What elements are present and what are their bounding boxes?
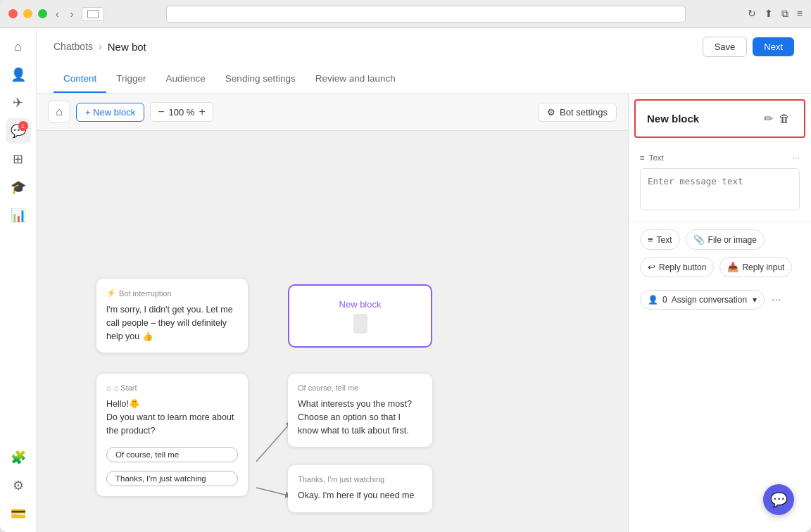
bot-interruption-icon: ⚡	[106, 289, 116, 298]
breadcrumb: Chatbots › New bot	[54, 28, 146, 65]
chat-bubble-button[interactable]: 💬	[763, 484, 794, 515]
new-block-canvas-inner	[353, 314, 367, 334]
start-buttons: Of course, tell me Thanks, I'm just watc…	[106, 443, 238, 486]
sidebar: ⌂ 👤 ✈ 💬 1 ⊞ 🎓 📊 🧩 ⚙ 💳	[0, 28, 37, 532]
tab-content[interactable]: Content	[54, 65, 106, 93]
thanks-title: Thanks, I'm just watching	[298, 475, 422, 483]
view-toggle[interactable]	[82, 7, 104, 21]
panel-actions-row2: ↩ Reply button 📥 Reply input	[629, 257, 811, 284]
sidebar-item-home[interactable]: ⌂	[6, 34, 31, 59]
assign-conversation-button[interactable]: 👤 0 Assign conversation ▾	[640, 290, 765, 310]
share-icon[interactable]: ⬆	[765, 8, 773, 20]
canvas[interactable]: ⚡ Bot interruption I'm sorry, I didn't g…	[37, 131, 628, 532]
chat-bubble-icon: 💬	[770, 491, 788, 508]
reply-input-icon: 📥	[727, 262, 738, 272]
start-btn-thanks[interactable]: Thanks, I'm just watching	[106, 471, 238, 486]
reply-button-icon: ↩	[648, 262, 655, 272]
forward-button[interactable]: ›	[68, 7, 77, 21]
panel-text-more[interactable]: ···	[792, 152, 800, 163]
maximize-button[interactable]	[38, 9, 47, 18]
main-content: Chatbots › New bot Save Next Content Tri…	[37, 28, 811, 532]
assign-count: 0	[662, 295, 667, 305]
reply-input-btn[interactable]: 📥 Reply input	[719, 257, 792, 277]
messages-badge: 1	[18, 121, 28, 131]
breadcrumb-current: New bot	[108, 41, 146, 53]
back-button[interactable]: ‹	[53, 7, 62, 21]
tab-review[interactable]: Review and launch	[306, 65, 406, 93]
zoom-out-button[interactable]: −	[158, 106, 164, 118]
of-course-block[interactable]: Of course, tell me What interests you th…	[288, 374, 432, 447]
tab-trigger[interactable]: Trigger	[106, 65, 156, 93]
zoom-in-button[interactable]: +	[199, 106, 205, 118]
app-body: ⌂ 👤 ✈ 💬 1 ⊞ 🎓 📊 🧩 ⚙ 💳 Chatbots ›	[0, 28, 811, 532]
sidebar-item-messages[interactable]: 💬 1	[6, 118, 31, 144]
toolbar-icons: ↻ ⬆ ⧉ ≡	[748, 8, 803, 20]
new-block-canvas[interactable]: New block	[288, 284, 432, 348]
start-body: Hello!🐥 Do you want to learn more about …	[106, 398, 238, 437]
canvas-area: ⌂ + New block − 100 % + ⚙ Bot settings	[37, 94, 811, 532]
address-bar[interactable]	[166, 6, 685, 23]
app-window: ‹ › ↻ ⬆ ⧉ ≡ ⌂ 👤 ✈ 💬 1 ⊞ 🎓 📊 🧩 ⚙	[0, 0, 811, 532]
start-icon: ⌂	[106, 384, 111, 392]
thanks-body: Okay. I'm here if you need me	[298, 489, 422, 502]
reload-icon[interactable]: ↻	[748, 8, 756, 20]
sidebar-item-settings[interactable]: ⚙	[6, 473, 31, 498]
add-text-button[interactable]: ≡ Text	[640, 229, 680, 250]
panel-edit-button[interactable]: ✏	[761, 110, 776, 127]
tab-sending[interactable]: Sending settings	[215, 65, 306, 93]
bot-settings-button[interactable]: ⚙ Bot settings	[538, 103, 617, 122]
canvas-home-button[interactable]: ⌂	[48, 101, 70, 123]
sidebar-item-send[interactable]: ✈	[6, 90, 31, 115]
breadcrumb-parent[interactable]: Chatbots	[54, 41, 93, 52]
bot-interruption-block[interactable]: ⚡ Bot interruption I'm sorry, I didn't g…	[96, 279, 248, 353]
thanks-block[interactable]: Thanks, I'm just watching Okay. I'm here…	[288, 465, 432, 512]
start-btn-of-course[interactable]: Of course, tell me	[106, 447, 238, 462]
sidebar-item-card[interactable]: 💳	[6, 501, 31, 526]
reply-button-btn[interactable]: ↩ Reply button	[640, 257, 714, 277]
side-panel: New block ✏ 🗑 ≡ Text ···	[628, 94, 811, 532]
window-icon[interactable]: ⧉	[781, 8, 788, 20]
panel-actions-row1: ≡ Text 📎 File or image	[629, 222, 811, 257]
header: Chatbots › New bot Save Next Content Tri…	[37, 28, 811, 94]
bot-interruption-title: ⚡ Bot interruption	[106, 289, 238, 298]
start-title: ⌂ ⌂ Start	[106, 384, 238, 392]
panel-delete-button[interactable]: 🗑	[776, 111, 793, 127]
assign-icon: 👤	[648, 295, 658, 305]
panel-assign-row: 👤 0 Assign conversation ▾ ···	[629, 284, 811, 318]
new-block-canvas-title: New block	[339, 299, 382, 310]
add-file-button[interactable]: 📎 File or image	[686, 229, 765, 250]
assign-chevron-icon: ▾	[753, 295, 757, 305]
of-course-title: Of course, tell me	[298, 384, 422, 392]
zoom-control: − 100 % +	[150, 102, 213, 122]
text-icon: ≡	[648, 234, 653, 245]
minimize-button[interactable]	[23, 9, 32, 18]
start-block[interactable]: ⌂ ⌂ Start Hello!🐥 Do you want to learn m…	[96, 374, 248, 496]
panel-text-section: ≡ Text ···	[629, 144, 811, 222]
sidebar-item-chart[interactable]: 📊	[6, 203, 31, 228]
titlebar: ‹ › ↻ ⬆ ⧉ ≡	[0, 0, 811, 28]
sidebar-item-grid[interactable]: ⊞	[6, 146, 31, 172]
save-button[interactable]: Save	[703, 37, 748, 57]
settings-icon: ⚙	[547, 107, 555, 118]
bot-interruption-body: I'm sorry, I didn't get you. Let me call…	[106, 303, 238, 343]
breadcrumb-separator: ›	[99, 41, 102, 52]
close-button[interactable]	[8, 9, 18, 18]
file-icon: 📎	[693, 234, 705, 245]
next-button[interactable]: Next	[753, 37, 794, 56]
sidebar-item-hat[interactable]: 🎓	[6, 175, 31, 200]
sidebar-item-users[interactable]: 👤	[6, 62, 31, 87]
panel-header: New block ✏ 🗑	[634, 99, 805, 138]
assign-more-button[interactable]: ···	[772, 293, 781, 306]
header-actions: Save Next	[703, 37, 794, 57]
add-block-button[interactable]: + New block	[76, 103, 144, 122]
of-course-body: What interests you the most? Choose an o…	[298, 398, 422, 437]
tab-audience[interactable]: Audience	[156, 65, 215, 93]
panel-text-label: ≡ Text ···	[640, 152, 800, 163]
tabs-nav: Content Trigger Audience Sending setting…	[54, 65, 794, 93]
message-input[interactable]	[640, 168, 800, 210]
canvas-toolbar: ⌂ + New block − 100 % + ⚙ Bot settings	[37, 94, 628, 131]
sidebar-item-puzzle[interactable]: 🧩	[6, 445, 31, 470]
text-label-icon: ≡	[640, 153, 645, 162]
menu-icon[interactable]: ≡	[797, 8, 803, 20]
panel-title: New block	[647, 113, 761, 125]
